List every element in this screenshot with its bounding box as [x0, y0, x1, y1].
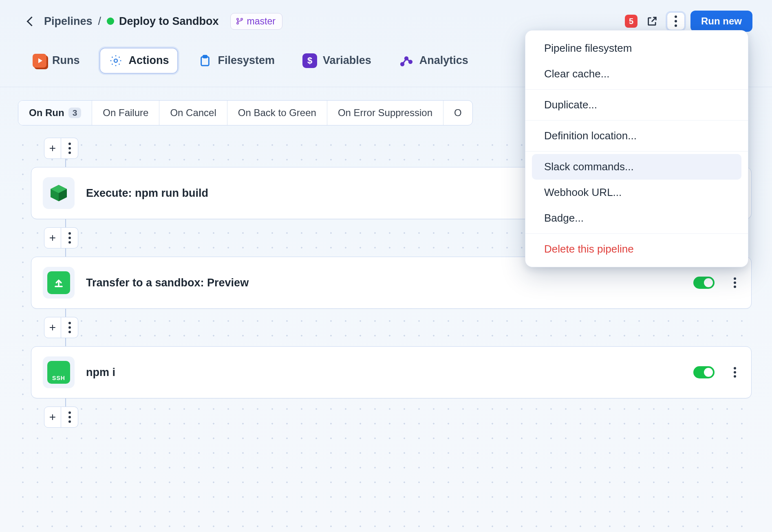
plus-icon	[49, 411, 56, 424]
tab-label: Variables	[323, 54, 371, 67]
branch-name: master	[247, 16, 276, 27]
menu-pipeline-filesystem[interactable]: Pipeline filesystem	[525, 35, 748, 61]
svg-point-0	[237, 18, 238, 20]
run-new-button[interactable]: Run new	[690, 11, 752, 32]
pipeline-more-menu: Pipeline filesystem Clear cache... Dupli…	[525, 30, 748, 267]
action-card[interactable]: SSH npm i	[31, 346, 752, 398]
external-link-icon	[646, 15, 658, 27]
more-vertical-icon	[68, 232, 71, 244]
tab-filesystem[interactable]: Filesystem	[190, 48, 283, 73]
dollar-icon	[302, 53, 317, 68]
action-more-button[interactable]	[732, 277, 737, 288]
add-action-more-button[interactable]	[61, 317, 78, 338]
node-cube-icon	[49, 183, 68, 203]
clipboard-icon	[198, 53, 212, 68]
menu-webhook-url[interactable]: Webhook URL...	[525, 180, 748, 205]
breadcrumb-parent[interactable]: Pipelines	[44, 15, 93, 28]
plus-icon	[49, 231, 56, 244]
add-action-more-button[interactable]	[61, 407, 78, 428]
subtab-count: 3	[68, 108, 82, 118]
subtab-on-failure[interactable]: On Failure	[92, 101, 159, 125]
menu-duplicate[interactable]: Duplicate...	[525, 92, 748, 118]
more-vertical-icon	[68, 143, 71, 154]
menu-definition-location[interactable]: Definition location...	[525, 123, 748, 149]
back-button[interactable]	[24, 14, 38, 28]
svg-point-2	[237, 22, 238, 24]
more-vertical-icon	[68, 322, 71, 333]
subtab-on-run[interactable]: On Run 3	[18, 101, 92, 125]
action-enabled-toggle[interactable]	[693, 277, 715, 289]
action-enabled-toggle[interactable]	[693, 366, 715, 378]
action-title: Transfer to a sandbox: Preview	[86, 277, 249, 289]
action-title: npm i	[86, 366, 115, 379]
plus-icon	[49, 142, 56, 155]
more-vertical-icon	[675, 15, 677, 27]
play-icon	[33, 54, 46, 68]
tab-variables[interactable]: Variables	[294, 48, 379, 73]
tab-label: Actions	[129, 54, 169, 67]
pipeline-more-button[interactable]	[667, 12, 685, 30]
svg-rect-5	[203, 55, 207, 57]
gear-icon	[108, 53, 123, 68]
tab-label: Analytics	[419, 54, 468, 67]
tab-runs[interactable]: Runs	[24, 49, 88, 73]
tab-label: Runs	[52, 54, 80, 67]
svg-point-6	[401, 62, 404, 65]
add-action-button[interactable]	[44, 317, 61, 338]
tab-actions[interactable]: Actions	[99, 48, 178, 74]
breadcrumb: Pipelines / Deploy to Sandbox	[44, 15, 219, 28]
action-more-button[interactable]	[732, 367, 737, 378]
notification-badge[interactable]: 5	[625, 15, 637, 28]
add-action-more-button[interactable]	[61, 227, 78, 248]
action-icon-container	[43, 177, 75, 209]
open-external-button[interactable]	[643, 12, 661, 30]
action-title: Execute: npm run build	[86, 187, 208, 200]
trigger-subtabs: On Run 3 On Failure On Cancel On Back to…	[18, 100, 473, 125]
tab-label: Filesystem	[218, 54, 275, 67]
subtab-on-cancel[interactable]: On Cancel	[159, 101, 227, 125]
plus-icon	[49, 321, 56, 334]
subtab-on-error-suppression[interactable]: On Error Suppression	[327, 101, 443, 125]
svg-point-3	[114, 59, 117, 62]
menu-clear-cache[interactable]: Clear cache...	[525, 61, 748, 87]
page-title: Deploy to Sandbox	[119, 15, 219, 28]
status-dot-icon	[107, 18, 114, 25]
menu-badge[interactable]: Badge...	[525, 205, 748, 231]
upload-icon	[47, 271, 70, 294]
subtab-truncated[interactable]: O	[443, 101, 472, 125]
add-action-button[interactable]	[44, 138, 61, 159]
branch-chip[interactable]: master	[230, 13, 282, 30]
action-icon-container	[43, 267, 75, 299]
ssh-icon: SSH	[47, 361, 70, 384]
svg-point-1	[241, 18, 243, 20]
subtab-on-back-to-green[interactable]: On Back to Green	[227, 101, 327, 125]
subtab-label: On Run	[29, 107, 64, 119]
tab-analytics[interactable]: Analytics	[391, 48, 476, 73]
add-action-button[interactable]	[44, 227, 61, 248]
add-action-more-button[interactable]	[61, 138, 78, 159]
git-branch-icon	[236, 17, 244, 25]
breadcrumb-current: Deploy to Sandbox	[107, 15, 219, 28]
breadcrumb-separator: /	[98, 15, 101, 28]
add-action-button[interactable]	[44, 407, 61, 428]
more-vertical-icon	[68, 411, 71, 423]
analytics-icon	[399, 53, 414, 68]
menu-delete-pipeline[interactable]: Delete this pipeline	[525, 236, 748, 262]
menu-slack-commands[interactable]: Slack commands...	[532, 154, 741, 180]
action-icon-container: SSH	[43, 356, 75, 388]
